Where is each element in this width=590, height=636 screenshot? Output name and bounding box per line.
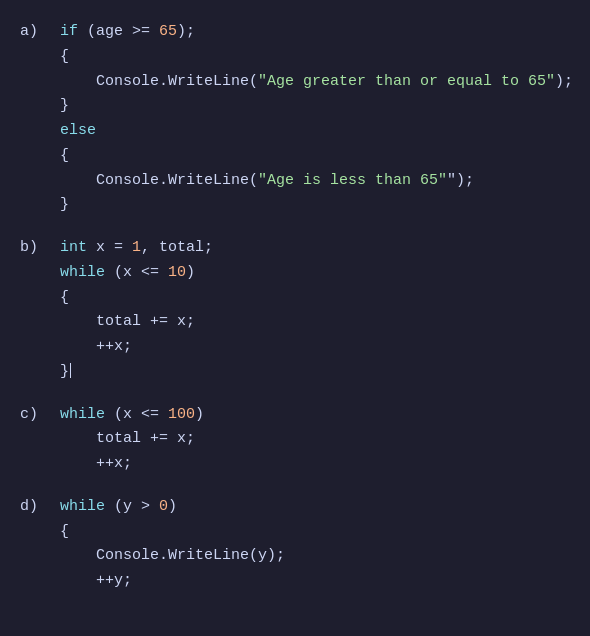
code-line: } (60, 193, 573, 218)
code-line: if (age >= 65); (60, 20, 573, 45)
code-line: ++x; (60, 335, 570, 360)
plain-token: ) (186, 264, 195, 281)
plain-token: { (60, 48, 69, 65)
code-line: Console.WriteLine(y); (60, 544, 570, 569)
code-block: a)if (age >= 65);{ Console.WriteLine("Ag… (20, 20, 570, 594)
code-line: { (60, 286, 570, 311)
code-line: { (60, 144, 573, 169)
kw-token: while (60, 264, 105, 281)
code-line: { (60, 520, 570, 545)
plain-token: ) (168, 498, 177, 515)
code-content: while (y > 0){ Console.WriteLine(y); ++y… (60, 495, 570, 594)
plain-token: ) (195, 406, 204, 423)
section-a: a)if (age >= 65);{ Console.WriteLine("Ag… (20, 20, 570, 218)
str-token: "Age greater than or equal to 65" (258, 73, 555, 90)
code-line: ++y; (60, 569, 570, 594)
section-label: d) (20, 495, 60, 594)
section-label: b) (20, 236, 60, 385)
kw-token: if (60, 23, 78, 40)
plain-token: x = (87, 239, 132, 256)
plain-token: (x <= (105, 264, 168, 281)
plain-token: total += x; (60, 313, 195, 330)
plain-token: (y > (105, 498, 159, 515)
plain-token: (age >= (78, 23, 159, 40)
num-token: 65 (159, 23, 177, 40)
plain-token: } (60, 363, 69, 380)
code-line: ++x; (60, 452, 570, 477)
text-cursor (70, 363, 71, 378)
code-line: total += x; (60, 310, 570, 335)
code-content: int x = 1, total;while (x <= 10){ total … (60, 236, 570, 385)
section-c: c)while (x <= 100) total += x; ++x; (20, 403, 570, 477)
code-line: } (60, 94, 573, 119)
code-line: { (60, 45, 573, 70)
num-token: 10 (168, 264, 186, 281)
plain-token: (x <= (105, 406, 168, 423)
str-token: "Age is less than 65" (258, 172, 447, 189)
plain-token: ); (177, 23, 195, 40)
code-content: while (x <= 100) total += x; ++x; (60, 403, 570, 477)
code-content: if (age >= 65);{ Console.WriteLine("Age … (60, 20, 573, 218)
plain-token: { (60, 147, 69, 164)
plain-token: Console.WriteLine( (60, 73, 258, 90)
plain-token: Console.WriteLine(y); (60, 547, 285, 564)
kw-token: while (60, 406, 105, 423)
code-line: while (x <= 10) (60, 261, 570, 286)
plain-token: Console.WriteLine( (60, 172, 258, 189)
kw-token: int (60, 239, 87, 256)
num-token: 0 (159, 498, 168, 515)
code-line: else (60, 119, 573, 144)
section-d: d)while (y > 0){ Console.WriteLine(y); +… (20, 495, 570, 594)
plain-token: ++x; (60, 455, 132, 472)
code-line: Console.WriteLine("Age is less than 65""… (60, 169, 573, 194)
plain-token: { (60, 289, 69, 306)
code-line: total += x; (60, 427, 570, 452)
code-line: Console.WriteLine("Age greater than or e… (60, 70, 573, 95)
section-label: a) (20, 20, 60, 218)
section-label: c) (20, 403, 60, 477)
code-line: while (y > 0) (60, 495, 570, 520)
code-line: while (x <= 100) (60, 403, 570, 428)
plain-token: ++x; (60, 338, 132, 355)
plain-token: ++y; (60, 572, 132, 589)
plain-token: { (60, 523, 69, 540)
code-line: } (60, 360, 570, 385)
plain-token: } (60, 97, 69, 114)
plain-token: ); (555, 73, 573, 90)
code-line: int x = 1, total; (60, 236, 570, 261)
plain-token: total += x; (60, 430, 195, 447)
num-token: 1 (132, 239, 141, 256)
section-b: b)int x = 1, total;while (x <= 10){ tota… (20, 236, 570, 385)
kw-token: while (60, 498, 105, 515)
kw-token: else (60, 122, 96, 139)
plain-token: } (60, 196, 69, 213)
plain-token: "); (447, 172, 474, 189)
plain-token: , total; (141, 239, 213, 256)
num-token: 100 (168, 406, 195, 423)
